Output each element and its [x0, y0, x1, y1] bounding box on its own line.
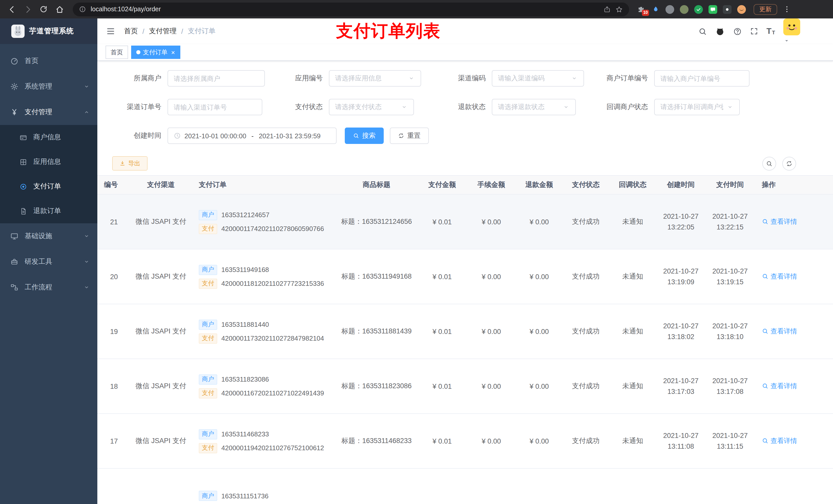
sidebar-item-label: 系统管理 — [25, 82, 77, 91]
cell-title: 标题：1635311823086 — [336, 359, 418, 414]
gear-icon — [10, 82, 19, 91]
merchant-tag: 商户 — [199, 319, 217, 330]
merchant-tag: 商户 — [199, 429, 217, 439]
sidebar-item-pay-order[interactable]: 支付订单 — [0, 174, 97, 199]
table-row[interactable]: 18 微信 JSAPI 支付 商户1635311823086 支付4200001… — [97, 359, 833, 414]
col-pay-order: 支付订单 — [196, 175, 336, 194]
browser-forward-button[interactable] — [21, 3, 34, 16]
sidebar-item-app-info[interactable]: 应用信息 — [0, 149, 97, 174]
cell-amount: ¥ 0.01 — [418, 249, 467, 304]
view-detail-link[interactable]: 查看详情 — [762, 272, 797, 281]
view-detail-link[interactable]: 查看详情 — [762, 217, 797, 226]
extension-icon[interactable] — [665, 5, 674, 14]
refresh-table-button[interactable] — [782, 157, 796, 170]
pay-order-no: 4200001173202110272847982104 — [221, 334, 324, 342]
font-size-icon[interactable]: TT — [766, 27, 775, 35]
date-end[interactable]: 2021-10-31 23:59:59 — [259, 132, 320, 140]
extension-face-icon[interactable] — [737, 5, 746, 14]
col-create-time: 创建时间 — [656, 175, 706, 194]
address-bar[interactable]: localhost:1024/pay/order — [73, 2, 629, 16]
sidebar-item-refund-order[interactable]: 退款订单 — [0, 199, 97, 223]
create-time-range-picker[interactable]: 2021-10-01 00:00:00 - 2021-10-31 23:59:5… — [168, 127, 337, 144]
bookmark-star-icon[interactable] — [615, 5, 623, 13]
sidebar-item-infrastructure[interactable]: 基础设施 — [0, 223, 97, 249]
sidebar-item-merchant-info[interactable]: 商户信息 — [0, 125, 97, 149]
header-search-icon[interactable] — [698, 27, 707, 35]
user-avatar[interactable] — [783, 19, 800, 44]
sidebar-toggle-icon[interactable] — [104, 25, 117, 38]
table-row[interactable]: 21 微信 JSAPI 支付 商户1635312124657 支付4200001… — [97, 194, 833, 249]
cell-status: 支付成功 — [563, 194, 609, 249]
cell-channel: 微信 JSAPI 支付 — [126, 414, 196, 469]
sidebar-item-home[interactable]: 首页 — [0, 48, 97, 74]
filter-label: 所属商户 — [112, 74, 161, 83]
cell-create-time: 2021-10-2713:17:03 — [656, 359, 706, 414]
table-row[interactable]: 20 微信 JSAPI 支付 商户1635311949168 支付4200001… — [97, 249, 833, 304]
filter-label: 支付状态 — [273, 102, 323, 112]
extension-chat-icon[interactable] — [709, 5, 717, 14]
cell-channel: 微信 JSAPI 支付 — [126, 249, 196, 304]
view-detail-link[interactable]: 查看详情 — [762, 382, 797, 391]
pay-status-select[interactable]: 请选择支付状态 — [329, 99, 414, 115]
table-row-partial[interactable]: 商户1635311151736 — [97, 469, 833, 504]
extension-drop-icon[interactable] — [651, 5, 660, 14]
app-logo[interactable]: 芋道管理系统 — [0, 19, 97, 44]
breadcrumb-payment[interactable]: 支付管理 — [149, 27, 177, 36]
toggle-search-button[interactable] — [762, 157, 776, 170]
cell-refund: ¥ 0.00 — [516, 414, 563, 469]
sidebar-item-system[interactable]: 系统管理 — [0, 74, 97, 99]
table-tools — [762, 157, 796, 170]
merchant-input[interactable] — [168, 70, 265, 87]
merchant-order-no-input[interactable] — [654, 70, 749, 87]
navbar-actions: TT — [698, 19, 800, 44]
date-start[interactable]: 2021-10-01 00:00:00 — [185, 132, 246, 140]
extension-check-icon[interactable] — [694, 5, 703, 14]
url-text[interactable]: localhost:1024/pay/order — [91, 6, 161, 13]
sidebar-item-label: 工作流程 — [25, 283, 77, 292]
browser-update-button[interactable]: 更新 — [754, 4, 777, 15]
col-fee: 手续金额 — [467, 175, 516, 194]
extension-pin-icon[interactable] — [723, 5, 732, 14]
cell-refund: ¥ 0.00 — [516, 249, 563, 304]
tab-home[interactable]: 首页 — [105, 46, 128, 59]
browser-home-button[interactable] — [53, 3, 66, 16]
table-row[interactable]: 17 微信 JSAPI 支付 商户1635311468233 支付4200001… — [97, 414, 833, 469]
app-id-select[interactable]: 请选择应用信息 — [329, 70, 421, 87]
chevron-down-icon — [401, 103, 408, 111]
channel-order-no-input[interactable] — [168, 99, 262, 115]
table-row[interactable]: 19 微信 JSAPI 支付 商户1635311881440 支付4200001… — [97, 304, 833, 359]
browser-menu-icon[interactable] — [783, 5, 791, 13]
view-detail-link[interactable]: 查看详情 — [762, 436, 797, 446]
export-button[interactable]: 导出 — [112, 156, 147, 171]
github-icon[interactable] — [715, 26, 725, 36]
merchant-tag: 商户 — [199, 491, 217, 501]
col-id: 编号 — [97, 175, 126, 194]
filter-label: 商户订单编号 — [599, 74, 648, 83]
cell-id: 21 — [97, 194, 126, 249]
browser-back-button[interactable] — [5, 3, 19, 16]
cell-notify: 未通知 — [609, 359, 656, 414]
extension-puzzle-icon[interactable]: 10 — [637, 5, 645, 14]
breadcrumb-home[interactable]: 首页 — [124, 27, 138, 36]
tab-pay-order[interactable]: 支付订单 × — [131, 46, 180, 59]
sidebar-item-dev-tools[interactable]: 研发工具 — [0, 249, 97, 274]
search-button[interactable]: 搜索 — [345, 127, 384, 144]
channel-code-select[interactable]: 请输入渠道编码 — [492, 70, 584, 87]
view-detail-link[interactable]: 查看详情 — [762, 327, 797, 336]
share-icon[interactable] — [603, 6, 611, 13]
refund-status-select[interactable]: 请选择退款状态 — [492, 99, 576, 115]
sidebar-item-payment[interactable]: 支付管理 — [0, 99, 97, 125]
browser-reload-button[interactable] — [37, 3, 50, 16]
extension-icon[interactable] — [680, 5, 689, 14]
help-icon[interactable] — [733, 27, 742, 35]
fullscreen-icon[interactable] — [750, 27, 758, 35]
reset-button[interactable]: 重置 — [390, 127, 429, 144]
site-info-icon[interactable] — [79, 6, 86, 13]
cell-notify: 未通知 — [609, 249, 656, 304]
notify-status-select[interactable]: 请选择订单回调商户状态 — [654, 99, 740, 115]
sidebar-item-label: 基础设施 — [25, 232, 77, 241]
sidebar-item-workflow[interactable]: 工作流程 — [0, 274, 97, 300]
filter-notify-status: 回调商户状态 请选择订单回调商户状态 — [599, 99, 833, 115]
close-tab-icon[interactable]: × — [171, 49, 175, 55]
sidebar-menu: 首页 系统管理 支付管理 商户信息 — [0, 44, 97, 300]
